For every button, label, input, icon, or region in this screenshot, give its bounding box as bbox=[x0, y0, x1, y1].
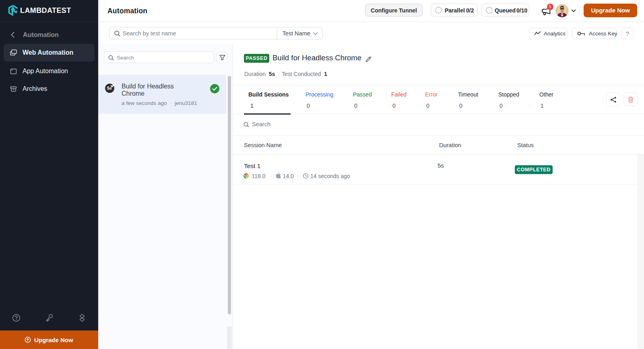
svg-text:Se: Se bbox=[107, 86, 112, 90]
